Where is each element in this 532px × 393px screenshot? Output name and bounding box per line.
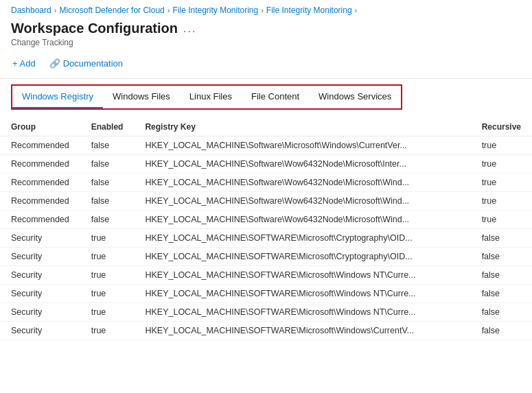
table-row: Security true HKEY_LOCAL_MACHINE\SOFTWAR… <box>0 229 532 248</box>
cell-recursive: true <box>471 155 532 174</box>
cell-group: Security <box>0 266 80 285</box>
cell-recursive: false <box>471 303 532 322</box>
table-row: Security true HKEY_LOCAL_MACHINE\SOFTWAR… <box>0 266 532 285</box>
cell-recursive: false <box>471 322 532 340</box>
col-header-group: Group <box>0 118 80 136</box>
cell-enabled: true <box>80 248 135 266</box>
table-container: Group Enabled Registry Key Recursive Rec… <box>0 118 532 340</box>
cell-recursive: true <box>471 211 532 229</box>
add-button[interactable]: + Add <box>11 56 37 71</box>
tab-windows-registry[interactable]: Windows Registry <box>12 86 103 108</box>
link-icon: 🔗 <box>49 58 60 69</box>
cell-group: Recommended <box>0 136 80 155</box>
toolbar: + Add 🔗 Documentation <box>0 49 532 78</box>
cell-enabled: false <box>80 192 135 211</box>
cell-enabled: false <box>80 136 135 155</box>
cell-recursive: false <box>471 285 532 303</box>
page-title: Workspace Configuration ... <box>11 21 521 36</box>
cell-key: HKEY_LOCAL_MACHINE\SOFTWARE\Microsoft\Wi… <box>134 322 470 340</box>
cell-group: Recommended <box>0 155 80 174</box>
breadcrumb-sep-1: › <box>54 6 57 14</box>
cell-key: HKEY_LOCAL_MACHINE\Software\Wow6432Node\… <box>134 192 470 211</box>
cell-recursive: true <box>471 192 532 211</box>
breadcrumb-sep-2: › <box>167 6 170 14</box>
table-row: Recommended false HKEY_LOCAL_MACHINE\Sof… <box>0 174 532 192</box>
breadcrumb-defender[interactable]: Microsoft Defender for Cloud <box>59 5 164 15</box>
breadcrumb-fim2[interactable]: File Integrity Monitoring <box>266 5 352 15</box>
col-header-key: Registry Key <box>134 118 470 136</box>
cell-key: HKEY_LOCAL_MACHINE\Software\Microsoft\Wi… <box>134 136 470 155</box>
cell-enabled: false <box>80 211 135 229</box>
cell-recursive: false <box>471 248 532 266</box>
page-header: Workspace Configuration ... Change Track… <box>0 18 532 49</box>
cell-group: Security <box>0 248 80 266</box>
documentation-label: Documentation <box>63 58 123 69</box>
tab-linux-files[interactable]: Linux Files <box>180 86 242 108</box>
cell-recursive: false <box>471 229 532 248</box>
cell-group: Security <box>0 303 80 322</box>
col-header-recursive: Recursive <box>471 118 532 136</box>
cell-group: Recommended <box>0 211 80 229</box>
breadcrumb-fim1[interactable]: File Integrity Monitoring <box>172 5 258 15</box>
table-row: Security true HKEY_LOCAL_MACHINE\SOFTWAR… <box>0 285 532 303</box>
cell-enabled: false <box>80 155 135 174</box>
cell-enabled: false <box>80 174 135 192</box>
tab-windows-services[interactable]: Windows Services <box>309 86 401 108</box>
cell-recursive: true <box>471 174 532 192</box>
table-row: Security true HKEY_LOCAL_MACHINE\SOFTWAR… <box>0 248 532 266</box>
cell-key: HKEY_LOCAL_MACHINE\Software\Wow6432Node\… <box>134 174 470 192</box>
table-row: Recommended false HKEY_LOCAL_MACHINE\Sof… <box>0 211 532 229</box>
cell-key: HKEY_LOCAL_MACHINE\SOFTWARE\Microsoft\Cr… <box>134 248 470 266</box>
cell-enabled: true <box>80 266 135 285</box>
cell-key: HKEY_LOCAL_MACHINE\SOFTWARE\Microsoft\Cr… <box>134 229 470 248</box>
page-subtitle: Change Tracking <box>11 38 521 47</box>
breadcrumb-sep-4: › <box>355 6 358 14</box>
cell-key: HKEY_LOCAL_MACHINE\Software\Wow6432Node\… <box>134 155 470 174</box>
documentation-button[interactable]: 🔗 Documentation <box>48 56 124 71</box>
cell-enabled: true <box>80 303 135 322</box>
tab-file-content[interactable]: File Content <box>242 86 309 108</box>
toolbar-divider <box>0 78 532 79</box>
breadcrumb-sep-3: › <box>261 6 264 14</box>
cell-key: HKEY_LOCAL_MACHINE\Software\Wow6432Node\… <box>134 211 470 229</box>
cell-key: HKEY_LOCAL_MACHINE\SOFTWARE\Microsoft\Wi… <box>134 285 470 303</box>
cell-group: Security <box>0 285 80 303</box>
cell-group: Recommended <box>0 192 80 211</box>
cell-group: Security <box>0 229 80 248</box>
cell-enabled: true <box>80 285 135 303</box>
table-row: Recommended false HKEY_LOCAL_MACHINE\Sof… <box>0 136 532 155</box>
tab-windows-files[interactable]: Windows Files <box>103 86 180 108</box>
page-more-options[interactable]: ... <box>183 23 196 35</box>
table-row: Recommended false HKEY_LOCAL_MACHINE\Sof… <box>0 192 532 211</box>
table-row: Security true HKEY_LOCAL_MACHINE\SOFTWAR… <box>0 322 532 340</box>
col-header-enabled: Enabled <box>80 118 135 136</box>
tabs-container: Windows Registry Windows Files Linux Fil… <box>11 84 402 110</box>
cell-key: HKEY_LOCAL_MACHINE\SOFTWARE\Microsoft\Wi… <box>134 303 470 322</box>
table-row: Recommended false HKEY_LOCAL_MACHINE\Sof… <box>0 155 532 174</box>
cell-group: Security <box>0 322 80 340</box>
breadcrumb: Dashboard › Microsoft Defender for Cloud… <box>0 0 532 18</box>
table-header-row: Group Enabled Registry Key Recursive <box>0 118 532 136</box>
cell-enabled: true <box>80 322 135 340</box>
cell-recursive: false <box>471 266 532 285</box>
page-title-text: Workspace Configuration <box>11 21 178 36</box>
breadcrumb-dashboard[interactable]: Dashboard <box>11 5 51 15</box>
cell-key: HKEY_LOCAL_MACHINE\SOFTWARE\Microsoft\Wi… <box>134 266 470 285</box>
cell-recursive: true <box>471 136 532 155</box>
cell-enabled: true <box>80 229 135 248</box>
table-row: Security true HKEY_LOCAL_MACHINE\SOFTWAR… <box>0 303 532 322</box>
registry-table: Group Enabled Registry Key Recursive Rec… <box>0 118 532 340</box>
cell-group: Recommended <box>0 174 80 192</box>
